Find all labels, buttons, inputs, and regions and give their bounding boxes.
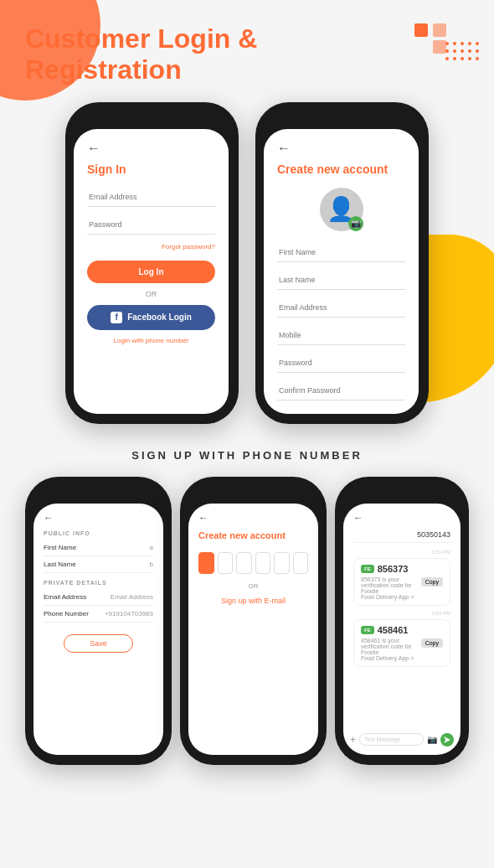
otp-phone: ← Create new account OR Sign up with E-m… bbox=[180, 477, 327, 765]
login-button[interactable]: Log In bbox=[87, 261, 215, 283]
avatar-container: 👤 📷 bbox=[277, 188, 405, 231]
firstname-input[interactable] bbox=[277, 243, 405, 262]
plus-icon[interactable]: + bbox=[350, 734, 356, 746]
phones-row-bottom: ← PUBLIC INFO First Name a Last Name b P… bbox=[0, 477, 494, 765]
confirm-password-input[interactable] bbox=[277, 381, 405, 400]
password-input[interactable] bbox=[87, 215, 215, 235]
section-title: SIGN UP WITH PHONE NUMBER bbox=[0, 449, 494, 462]
sms-sender-1: FE bbox=[361, 565, 374, 573]
forgot-password-link[interactable]: Forgot password? bbox=[87, 243, 215, 251]
phones-row-top: ← Sign In Forgot password? Log In OR f F… bbox=[0, 94, 494, 432]
private-details-label: PRIVATE DETAILS bbox=[44, 580, 153, 586]
sms-message-2: 458461 is your verification code for Foo… bbox=[361, 638, 421, 661]
phone-value: +919104703983 bbox=[105, 610, 153, 617]
otp-box-4[interactable] bbox=[255, 552, 271, 574]
profile-screen: ← PUBLIC INFO First Name a Last Name b P… bbox=[33, 504, 163, 755]
register-title: Create new account bbox=[277, 163, 405, 176]
avatar[interactable]: 👤 📷 bbox=[320, 188, 363, 231]
sms-code-1: 856373 bbox=[378, 564, 409, 574]
sms-bubble-2: FE 458461 458461 is your verification co… bbox=[353, 619, 450, 667]
otp-box-6[interactable] bbox=[293, 552, 309, 574]
otp-screen: ← Create new account OR Sign up with E-m… bbox=[188, 504, 318, 755]
page-title: Customer Login & Registration bbox=[25, 23, 260, 85]
signin-phone: ← Sign In Forgot password? Log In OR f F… bbox=[65, 102, 239, 424]
sms-time-2: 3:54 PM bbox=[353, 611, 450, 616]
phone-field-row: Phone Number +919104703983 bbox=[44, 606, 153, 623]
register-phone: ← Create new account 👤 📷 Sign Up bbox=[255, 102, 429, 424]
phone-number-display: 50350143 bbox=[353, 530, 450, 543]
email-label: Email Address bbox=[44, 593, 86, 601]
firstname-label: First Name bbox=[44, 544, 76, 551]
or-divider: OR bbox=[87, 290, 215, 298]
lastname-field-row: Last Name b bbox=[44, 556, 153, 573]
email-register-input[interactable] bbox=[277, 298, 405, 318]
sms-phone: ← 50350143 3:54 PM FE 856373 856373 is y… bbox=[335, 477, 469, 765]
otp-box-3[interactable] bbox=[236, 552, 252, 574]
facebook-login-button[interactable]: f Facebook Login bbox=[87, 305, 215, 330]
svg-marker-3 bbox=[444, 736, 450, 743]
sms-message-1: 856373 is your verification code for Foo… bbox=[361, 576, 421, 600]
copy-button-2[interactable]: Copy bbox=[421, 638, 443, 648]
copy-button-1[interactable]: Copy bbox=[421, 577, 443, 586]
save-button[interactable]: Save bbox=[64, 634, 133, 653]
sms-time-1: 3:54 PM bbox=[353, 550, 450, 555]
password-register-input[interactable] bbox=[277, 354, 405, 373]
profile-phone: ← PUBLIC INFO First Name a Last Name b P… bbox=[25, 477, 172, 765]
signin-back-arrow[interactable]: ← bbox=[87, 141, 215, 156]
register-screen: ← Create new account 👤 📷 Sign Up bbox=[264, 129, 419, 414]
camera-icon[interactable]: 📷 bbox=[348, 216, 363, 231]
send-button[interactable] bbox=[440, 733, 454, 747]
otp-box-5[interactable] bbox=[274, 552, 290, 574]
facebook-icon: f bbox=[111, 312, 122, 323]
otp-boxes-container bbox=[198, 552, 308, 574]
signin-title: Sign In bbox=[87, 163, 215, 176]
signin-screen: ← Sign In Forgot password? Log In OR f F… bbox=[74, 129, 229, 414]
phone-label: Phone Number bbox=[44, 610, 89, 617]
sms-sender-2: FE bbox=[361, 626, 374, 634]
email-input[interactable] bbox=[87, 188, 215, 207]
email-value: Email Address bbox=[111, 593, 153, 601]
otp-or-text: OR bbox=[198, 582, 308, 590]
lastname-input[interactable] bbox=[277, 271, 405, 290]
sms-code-2: 458461 bbox=[378, 625, 409, 635]
email-signup-link[interactable]: Sign up with E-mail bbox=[198, 597, 308, 605]
otp-box-2[interactable] bbox=[218, 552, 234, 574]
public-info-label: PUBLIC INFO bbox=[44, 530, 153, 536]
firstname-field-row: First Name a bbox=[44, 540, 153, 556]
sms-back-arrow[interactable]: ← bbox=[353, 512, 450, 524]
message-input[interactable]: Text Message bbox=[359, 733, 424, 746]
mobile-input[interactable] bbox=[277, 326, 405, 345]
otp-back-arrow[interactable]: ← bbox=[198, 512, 308, 524]
message-bar: + Text Message 📷 bbox=[350, 733, 454, 747]
register-back-arrow[interactable]: ← bbox=[277, 141, 405, 156]
firstname-value: a bbox=[150, 544, 153, 551]
lastname-value: b bbox=[150, 561, 153, 568]
lastname-label: Last Name bbox=[44, 561, 76, 568]
profile-back-arrow[interactable]: ← bbox=[44, 512, 153, 524]
header: Customer Login & Registration bbox=[0, 0, 494, 94]
camera-message-icon[interactable]: 📷 bbox=[427, 735, 437, 744]
email-field-row: Email Address Email Address bbox=[44, 589, 153, 606]
phone-login-link[interactable]: Login with phone number bbox=[87, 337, 215, 344]
otp-box-1[interactable] bbox=[198, 552, 214, 574]
otp-title: Create new account bbox=[198, 530, 308, 540]
sms-bubble-1: FE 856373 856373 is your verification co… bbox=[353, 558, 450, 606]
sms-screen: ← 50350143 3:54 PM FE 856373 856373 is y… bbox=[343, 504, 461, 755]
